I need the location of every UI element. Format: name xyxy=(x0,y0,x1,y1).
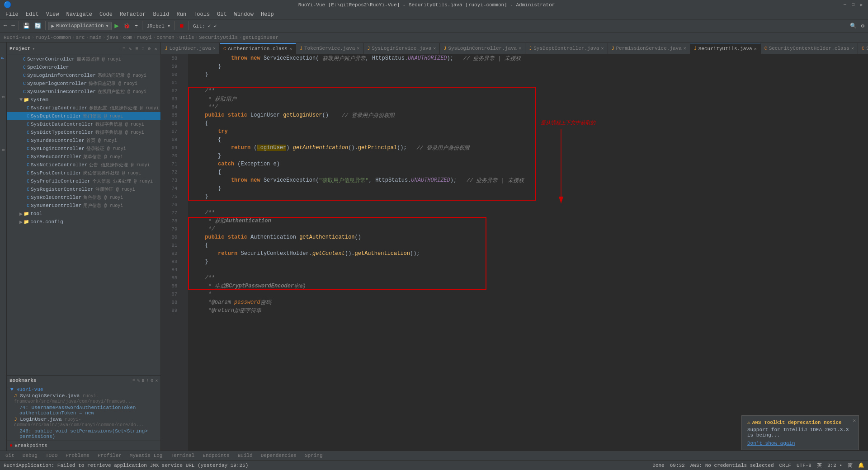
btab-terminal[interactable]: Terminal xyxy=(167,452,198,459)
tab-securityutils[interactable]: J SecurityUtils.java ✕ xyxy=(690,43,761,54)
close-tab-loginuser[interactable]: ✕ xyxy=(213,46,216,51)
bm-file-loginuser[interactable]: J LoginUser.java ruoyi-common/src/main/j… xyxy=(7,416,160,428)
btab-problems[interactable]: Problems xyxy=(62,452,93,459)
run-button[interactable]: ▶ xyxy=(113,20,121,31)
status-utf8[interactable]: UTF-8 xyxy=(797,463,811,468)
menu-file[interactable]: File xyxy=(2,10,22,19)
code-content[interactable]: 是从线程上下文中获取的 xyxy=(188,54,868,451)
btab-build[interactable]: Build xyxy=(234,452,256,459)
project-icon[interactable]: P xyxy=(0,44,6,71)
tree-item-syslogin[interactable]: C SysLoginController 登录验证 @ ruoyi xyxy=(7,145,160,153)
bc-common[interactable]: common xyxy=(156,35,175,40)
menu-git[interactable]: Git xyxy=(213,10,231,19)
tree-item-syslogininfor[interactable]: C SysLogininforController 系统访问记录 @ ruoyi xyxy=(7,71,160,80)
bm-group-ruoyi[interactable]: ▼ RuoYi-Vue xyxy=(7,386,160,393)
bm-tool3[interactable]: ≣ xyxy=(142,378,144,383)
coverage-button[interactable]: ☂ xyxy=(133,22,140,30)
tree-item-sysuser[interactable]: C SysUserController 用户信息 @ ruoyi xyxy=(7,202,160,210)
btab-dependencies[interactable]: Dependencies xyxy=(257,452,300,459)
breakpoints-section[interactable]: ● Breakpoints xyxy=(7,441,160,451)
bc-ruoyi[interactable]: RuoYi-Vue xyxy=(4,35,30,40)
tab-sysloginservice[interactable]: J SysLoginService.java ✕ xyxy=(363,43,440,54)
btab-endpoints[interactable]: Endpoints xyxy=(199,452,233,459)
close-tab-security[interactable]: ✕ xyxy=(754,46,757,52)
bc-com[interactable]: com xyxy=(123,35,132,40)
tree-item-coreconfig[interactable]: ▶ 📁 core.config xyxy=(7,218,160,226)
bc-utils[interactable]: utils xyxy=(179,35,194,40)
maximize-button[interactable]: □ xyxy=(850,2,856,8)
bc-src[interactable]: src xyxy=(76,35,85,40)
project-tool-btn1[interactable]: ≡ xyxy=(122,46,126,52)
toolbar-settings[interactable]: ⚙ xyxy=(859,22,866,30)
bm-tool5[interactable]: ⚙ xyxy=(151,378,153,383)
status-indent[interactable]: 3:2 • xyxy=(827,463,842,468)
bm-line-246[interactable]: 246: public void setPermissions(Set<Stri… xyxy=(7,428,160,440)
close-tab-auth[interactable]: ✕ xyxy=(289,46,292,52)
btab-spring[interactable]: Spring xyxy=(301,452,326,459)
structure-icon[interactable]: S xyxy=(0,86,6,108)
tab-sysdeptcontroller[interactable]: J SysDeptController.java ✕ xyxy=(525,43,608,54)
code-editor[interactable]: 58 59 60 61 62 63 64 65 66 67 68 69 70 7… xyxy=(161,54,868,451)
status-notifications[interactable]: 🔔 xyxy=(858,462,864,468)
bc-method[interactable]: getLoginUser xyxy=(243,35,278,40)
tree-item-tool[interactable]: ▶ 📁 tool xyxy=(7,210,160,218)
tab-loginuser[interactable]: J LoginUser.java ✕ xyxy=(161,43,219,54)
btab-profiler[interactable]: Profiler xyxy=(94,452,125,459)
menu-tools[interactable]: Tools xyxy=(190,10,213,19)
tree-item-sysindex[interactable]: C SysIndexController 首页 @ ruoyi xyxy=(7,136,160,145)
tree-item-sysoperlog[interactable]: C SysOperlogController 操作日志记录 @ ruoyi xyxy=(7,80,160,88)
tab-authentication[interactable]: C Authentication.class ✕ xyxy=(220,43,296,54)
status-position[interactable]: 69:32 xyxy=(670,463,685,468)
close-tab-sysdept[interactable]: ✕ xyxy=(601,46,604,51)
toolbar-search[interactable]: 🔍 xyxy=(848,22,859,30)
project-tool-btn4[interactable]: ↕ xyxy=(141,46,145,52)
minimize-button[interactable]: — xyxy=(842,2,848,8)
tree-item-servercontroller[interactable]: C ServerController 服务器监控 @ ruoyi xyxy=(7,55,160,63)
tree-item-system[interactable]: ▼ 📁 system xyxy=(7,96,160,104)
menu-edit[interactable]: Edit xyxy=(22,10,42,19)
btab-debug[interactable]: Debug xyxy=(19,452,41,459)
bookmarks-header[interactable]: Bookmarks ≡ ✎ ≣ ↕ ⚙ ✕ xyxy=(7,376,160,385)
toolbar-save[interactable]: 💾 xyxy=(21,22,32,30)
menu-refactor[interactable]: Refactor xyxy=(116,10,150,19)
tree-item-sysrole[interactable]: C SysRoleController 角色信息 @ ruoyi xyxy=(7,193,160,202)
bc-module[interactable]: ruoyi-common xyxy=(35,35,71,40)
tree-item-sysuseronline[interactable]: C SysUserOnlineController 在线用户监控 @ ruoyi xyxy=(7,88,160,96)
close-tab-permission[interactable]: ✕ xyxy=(684,46,686,51)
bc-java[interactable]: java xyxy=(106,35,118,40)
status-crlf[interactable]: CRLF xyxy=(779,463,791,468)
bm-tool1[interactable]: ≡ xyxy=(132,378,135,383)
btab-todo[interactable]: TODO xyxy=(42,452,61,459)
menu-navigate[interactable]: Navigate xyxy=(62,10,96,19)
tree-item-spelcontroller[interactable]: C SpelController xyxy=(7,63,160,71)
tree-item-sysnotice[interactable]: C SysNoticeController 公告 信息操作处理 @ ruoyi xyxy=(7,161,160,169)
menu-view[interactable]: View xyxy=(42,10,63,19)
tree-item-sysconfg[interactable]: C SysConfigController 参数配置 信息操作处理 @ ruoy… xyxy=(7,104,160,112)
tab-securitycontextholder[interactable]: C SecurityContextHolder.class ✕ xyxy=(761,43,858,54)
tree-item-sysprofile[interactable]: C SysProfileController 个人信息 业务处理 @ ruoyi xyxy=(7,177,160,185)
toolbar-sync[interactable]: 🔄 xyxy=(33,22,43,30)
bc-ruoyi2[interactable]: ruoyi xyxy=(137,35,152,40)
tree-item-sysmenu[interactable]: C SysMenuController 菜单信息 @ ruoyi xyxy=(7,153,160,161)
run-config-dropdown[interactable]: ▶ RuoYiApplication ▾ xyxy=(48,22,112,30)
close-tab-sysloginctr[interactable]: ✕ xyxy=(519,46,521,51)
status-simplified[interactable]: 简 xyxy=(848,462,853,469)
git-label[interactable]: Git: ✓ ✓ xyxy=(191,22,219,30)
menu-build[interactable]: Build xyxy=(149,10,173,19)
menu-run[interactable]: Run xyxy=(173,10,190,19)
stop-button[interactable]: ⏹ xyxy=(177,22,186,30)
tree-item-sysdicttype[interactable]: C SysDictTypeController 数据字典信息 @ ruoyi xyxy=(7,128,160,136)
close-tab-holder[interactable]: ✕ xyxy=(851,46,854,51)
bc-main[interactable]: main xyxy=(90,35,101,40)
tree-item-sysdictdata[interactable]: C SysDictDataController 数据字典信息 @ ruoyi xyxy=(7,120,160,128)
project-tool-btn5[interactable]: ⚙ xyxy=(147,46,151,52)
close-tab-token[interactable]: ✕ xyxy=(357,46,359,51)
bookmarks-side-icon[interactable]: B xyxy=(0,136,6,164)
tab-securitycontext[interactable]: C SecurityContext.class ✕ xyxy=(858,43,868,54)
toolbar-forward[interactable]: → xyxy=(9,22,16,30)
menu-help[interactable]: Help xyxy=(257,10,278,19)
menu-window[interactable]: Window xyxy=(231,10,257,19)
tab-tokenservice[interactable]: J TokenService.java ✕ xyxy=(296,43,363,54)
project-tool-btn2[interactable]: ✎ xyxy=(128,46,132,52)
menu-code[interactable]: Code xyxy=(96,10,116,19)
